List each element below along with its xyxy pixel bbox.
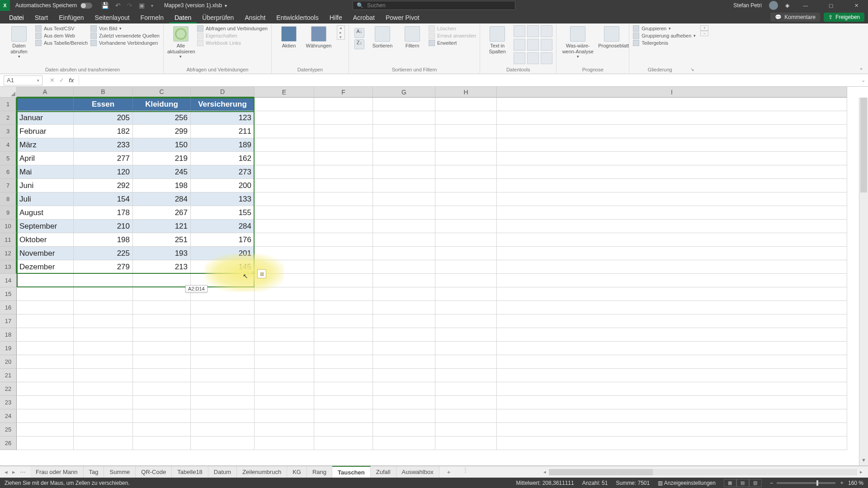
cell[interactable] <box>255 342 314 355</box>
filename-dropdown-icon[interactable]: ▾ <box>225 3 227 8</box>
existing-connections-button[interactable]: Vorhandene Verbindungen <box>90 40 160 46</box>
cell[interactable]: 273 <box>191 165 255 179</box>
column-header[interactable]: C <box>133 87 191 98</box>
tab-überprüfen[interactable]: Überprüfen <box>197 12 239 23</box>
camera-icon[interactable]: ▣ <box>139 2 145 9</box>
cell[interactable] <box>133 314 191 328</box>
cell[interactable]: April <box>17 152 74 165</box>
ungroup-button[interactable]: Gruppierung aufheben ▾ <box>633 33 696 39</box>
row-header[interactable]: 15 <box>0 287 17 301</box>
tab-power pivot[interactable]: Power Pivot <box>380 12 425 23</box>
cell[interactable] <box>191 328 255 342</box>
view-page-layout-icon[interactable]: ▤ <box>736 479 749 487</box>
cell[interactable] <box>74 301 133 314</box>
view-page-break-icon[interactable]: ▧ <box>749 479 762 487</box>
cell[interactable] <box>497 220 847 233</box>
cell[interactable] <box>373 382 435 396</box>
comments-button[interactable]: 💬 Kommentare <box>770 13 820 22</box>
cell[interactable]: 219 <box>133 152 191 165</box>
forecast-sheet-button[interactable]: Prognoseblatt <box>598 25 625 49</box>
cell[interactable] <box>255 98 314 111</box>
cell[interactable] <box>435 111 497 125</box>
cell[interactable] <box>191 301 255 314</box>
text-to-columns-button[interactable]: Text in Spalten <box>484 25 511 54</box>
cell[interactable] <box>373 125 435 138</box>
cell[interactable] <box>314 436 373 450</box>
cell[interactable] <box>497 138 847 152</box>
cell[interactable] <box>74 355 133 369</box>
advanced-filter-button[interactable]: Erweitert <box>429 40 476 46</box>
cell[interactable] <box>255 179 314 192</box>
cell[interactable] <box>373 409 435 423</box>
datatype-prev-icon[interactable]: ◂ <box>337 26 344 30</box>
cell[interactable]: 210 <box>74 220 133 233</box>
row-header[interactable]: 26 <box>0 436 17 450</box>
restore-icon[interactable]: ▢ <box>822 0 840 11</box>
sheet-tab[interactable]: QR-Code <box>136 466 172 478</box>
cell[interactable] <box>74 314 133 328</box>
cell[interactable] <box>74 382 133 396</box>
share-button[interactable]: ⇪ Freigeben <box>824 13 864 22</box>
cell[interactable]: 189 <box>191 138 255 152</box>
cell[interactable] <box>373 342 435 355</box>
cell[interactable] <box>133 423 191 436</box>
row-header[interactable]: 7 <box>0 179 17 192</box>
row-header[interactable]: 21 <box>0 369 17 382</box>
cell[interactable]: 123 <box>191 111 255 125</box>
cell[interactable] <box>314 301 373 314</box>
zoom-in-icon[interactable]: ＋ <box>839 479 844 487</box>
close-icon[interactable]: ✕ <box>847 0 865 11</box>
cell[interactable] <box>497 314 847 328</box>
cell[interactable] <box>74 274 133 287</box>
cell[interactable]: 193 <box>133 247 191 260</box>
cell[interactable] <box>435 125 497 138</box>
cell[interactable] <box>17 436 74 450</box>
cell[interactable] <box>314 152 373 165</box>
sort-az-button[interactable]: A↓Z↓ <box>353 25 366 51</box>
row-header[interactable]: 19 <box>0 342 17 355</box>
tab-formeln[interactable]: Formeln <box>135 12 169 23</box>
cell[interactable]: 145 <box>191 260 255 274</box>
tab-acrobat[interactable]: Acrobat <box>348 12 380 23</box>
cell[interactable]: 133 <box>191 192 255 206</box>
cell[interactable] <box>497 342 847 355</box>
cell[interactable] <box>255 111 314 125</box>
cell[interactable] <box>133 328 191 342</box>
cell[interactable] <box>133 409 191 423</box>
cell[interactable] <box>435 247 497 260</box>
cell[interactable]: März <box>17 138 74 152</box>
cell[interactable] <box>373 355 435 369</box>
cell[interactable] <box>74 328 133 342</box>
cell[interactable] <box>133 436 191 450</box>
show-detail-icon[interactable]: + <box>700 25 708 31</box>
cell[interactable]: 225 <box>74 247 133 260</box>
cell[interactable] <box>373 192 435 206</box>
cell[interactable] <box>255 192 314 206</box>
cell[interactable] <box>497 328 847 342</box>
tab-hilfe[interactable]: Hilfe <box>324 12 348 23</box>
datatype-next-icon[interactable]: ▸ <box>337 30 344 35</box>
excel-app-icon[interactable]: X <box>0 0 10 11</box>
cell[interactable] <box>435 409 497 423</box>
row-header[interactable]: 1 <box>0 98 17 111</box>
cell[interactable]: Kleidung <box>133 98 191 111</box>
refresh-all-button[interactable]: Alle aktualisieren▾ <box>167 25 194 59</box>
cell[interactable] <box>435 138 497 152</box>
tab-einfügen[interactable]: Einfügen <box>53 12 89 23</box>
cell[interactable] <box>435 423 497 436</box>
cell[interactable] <box>497 369 847 382</box>
add-sheet-button[interactable]: ＋ <box>439 466 458 478</box>
sort-button[interactable]: Sortieren <box>369 25 396 49</box>
tab-daten[interactable]: Daten <box>169 12 197 23</box>
cell[interactable] <box>314 396 373 409</box>
cell[interactable] <box>17 287 74 301</box>
cell[interactable] <box>314 409 373 423</box>
cell[interactable] <box>191 382 255 396</box>
cell[interactable]: 279 <box>74 260 133 274</box>
column-header[interactable]: A <box>17 87 74 98</box>
cell[interactable] <box>435 233 497 247</box>
cell[interactable]: November <box>17 247 74 260</box>
hide-detail-icon[interactable]: − <box>700 31 708 36</box>
cell[interactable]: 233 <box>74 138 133 152</box>
expand-formula-bar-icon[interactable]: ⌄ <box>858 77 868 83</box>
